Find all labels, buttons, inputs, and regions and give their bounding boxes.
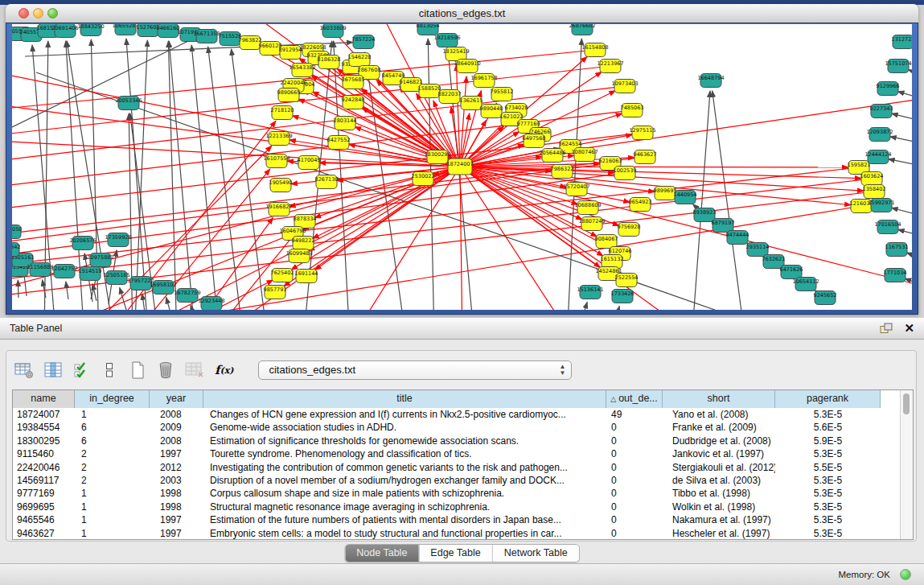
column-header-in_degree[interactable]: in_degree (75, 390, 150, 408)
citation-edge-black[interactable] (169, 41, 195, 310)
new-document-icon[interactable] (129, 360, 146, 381)
citation-edge-black[interactable] (908, 70, 912, 80)
graph-node[interactable]: 12213369 (265, 132, 292, 146)
table-row[interactable]: 911546021997Tourette syndrome. Phenomeno… (13, 447, 901, 460)
graph-node[interactable]: 6497568 (523, 134, 546, 148)
citation-edge-black[interactable] (713, 91, 745, 310)
delete-icon[interactable] (157, 360, 175, 381)
table-row[interactable]: 969969511998Structural magnetic resonanc… (13, 501, 901, 513)
graph-node[interactable]: 1691144 (295, 270, 318, 283)
graph-node[interactable]: 1546228 (348, 53, 372, 67)
close-panel-icon[interactable]: ✕ (904, 321, 914, 336)
citation-edge-black[interactable] (905, 278, 912, 290)
graph-node[interactable]: 15720407 (563, 183, 589, 196)
network-canvas[interactable]: 2055382240557216815742069140618843250106… (12, 24, 912, 310)
graph-node[interactable]: 18325419 (442, 47, 469, 61)
graph-node[interactable]: 1771034 (884, 269, 907, 282)
citation-edge-red[interactable] (12, 163, 610, 243)
graph-node[interactable]: 9245652 (814, 291, 837, 305)
graph-node[interactable]: 12042757 (51, 265, 77, 278)
graph-node[interactable]: 1514519 (79, 267, 102, 281)
graph-node[interactable]: 20691406 (51, 24, 78, 38)
citation-edge-black[interactable] (898, 229, 912, 240)
table-scrollbar[interactable] (900, 390, 913, 539)
graph-node[interactable]: 7485063 (621, 104, 644, 117)
citation-edge-black[interactable] (66, 282, 68, 299)
graph-node[interactable]: 1002539 (614, 167, 637, 180)
function-builder-icon[interactable]: f(x) (215, 360, 233, 381)
graph-node[interactable]: 12093872 (866, 128, 893, 142)
graph-node[interactable]: 6879197 (712, 219, 735, 233)
graph-node[interactable]: 1905490 (269, 179, 293, 192)
citation-edge-black[interactable] (892, 113, 912, 125)
table-row[interactable]: 2242004622012Investigating the contribut… (13, 461, 901, 474)
graph-node[interactable]: 3675685 (342, 76, 365, 89)
graph-node[interactable]: 16958107 (150, 281, 176, 295)
graph-hub-node[interactable]: 18724007 (446, 159, 473, 175)
tab-network-table[interactable]: Network Table (492, 545, 579, 562)
graph-node[interactable]: 12213967 (597, 60, 623, 73)
citation-edge-black[interactable] (166, 297, 171, 310)
graph-node[interactable]: 16961758 (470, 74, 497, 88)
graph-node[interactable]: 1440954 (674, 191, 697, 204)
table-row[interactable]: 1872400712008Changes of HCN gene express… (13, 408, 901, 421)
row-height-icon[interactable] (101, 360, 118, 381)
graph-node[interactable]: 18843250 (77, 24, 104, 36)
show-columns-icon[interactable] (44, 360, 62, 381)
graph-node[interactable]: 1312722 (892, 35, 912, 49)
citation-edge-red[interactable] (460, 76, 466, 167)
graph-node[interactable]: 7625402 (271, 269, 294, 282)
table-row[interactable]: 1456911722003Disruption of a novel membe… (13, 474, 901, 487)
graph-node[interactable]: 12923448 (198, 297, 224, 311)
graph-node[interactable]: 9890665 (277, 89, 301, 102)
citation-edge-red[interactable] (460, 167, 462, 310)
graph-node[interactable]: 16782759 (174, 289, 200, 303)
graph-node[interactable]: 26876682 (569, 24, 595, 35)
graph-node[interactable]: 8813054 (417, 24, 440, 35)
table-row[interactable]: 946362711997Embryonic stem cells: a mode… (13, 527, 901, 540)
graph-node[interactable]: 16033809 (319, 24, 346, 38)
citation-edge-black[interactable] (906, 253, 912, 263)
network-window-titlebar[interactable]: citations_edges.txt (6, 4, 918, 23)
graph-node[interactable]: 16154808 (581, 43, 608, 57)
graph-node[interactable]: 8267130 (315, 175, 339, 189)
graph-node[interactable]: 18640910 (454, 60, 480, 73)
graph-node[interactable]: 19218596 (433, 34, 460, 47)
table-row[interactable]: 1830029562008Estimation of significance … (13, 435, 901, 447)
graph-node[interactable]: 9227343 (870, 105, 893, 118)
graph-node[interactable]: 20564486 (539, 149, 565, 163)
graph-node[interactable]: 8912954 (279, 46, 302, 60)
graph-node[interactable]: 10688609 (574, 201, 601, 215)
graph-node[interactable]: 18807249 (578, 217, 605, 231)
column-header-name[interactable]: name (13, 390, 75, 408)
graph-node[interactable]: 10973403 (611, 80, 638, 93)
graph-node[interactable]: 10975887 (87, 253, 113, 267)
column-header-title[interactable]: title (203, 390, 606, 408)
graph-node[interactable]: 19166827 (265, 203, 292, 216)
graph-node[interactable]: 7955812 (491, 88, 514, 101)
graph-node[interactable]: 16107554 (263, 154, 290, 168)
citation-edge-black[interactable] (142, 294, 145, 310)
graph-node[interactable]: 8822037 (438, 90, 462, 104)
graph-node[interactable]: 16099483 (285, 249, 312, 263)
graph-node[interactable]: 1603624 (860, 172, 884, 186)
graph-node[interactable]: 17016504 (874, 220, 901, 234)
graph-node[interactable]: 9654923 (629, 198, 652, 212)
tab-node-table[interactable]: Node Table (345, 545, 418, 562)
graph-node[interactable]: 12505185 (103, 271, 129, 285)
citation-graph[interactable]: 2055382240557216815742069140618843250106… (12, 24, 912, 310)
citation-edge-red[interactable] (460, 167, 848, 167)
table-scrollbar-thumb[interactable] (903, 393, 910, 414)
graph-node[interactable]: 15992971 (868, 199, 894, 212)
table-selector[interactable]: citations_edges.txt ▲▼ (258, 360, 572, 380)
graph-node[interactable]: 2718120 (271, 106, 294, 120)
tab-edge-table[interactable]: Edge Table (418, 545, 491, 562)
graph-node[interactable]: 2935114 (746, 243, 770, 257)
graph-node[interactable]: 8878334 (294, 215, 317, 229)
select-all-icon[interactable] (72, 360, 90, 381)
graph-node[interactable]: 2530022 (412, 172, 435, 186)
citation-edge-black[interactable] (18, 280, 18, 298)
graph-node[interactable]: 9463627 (634, 150, 657, 164)
table-row[interactable]: 946554611997Estimation of the future num… (13, 513, 901, 526)
graph-node[interactable]: 9474444 (726, 231, 749, 245)
